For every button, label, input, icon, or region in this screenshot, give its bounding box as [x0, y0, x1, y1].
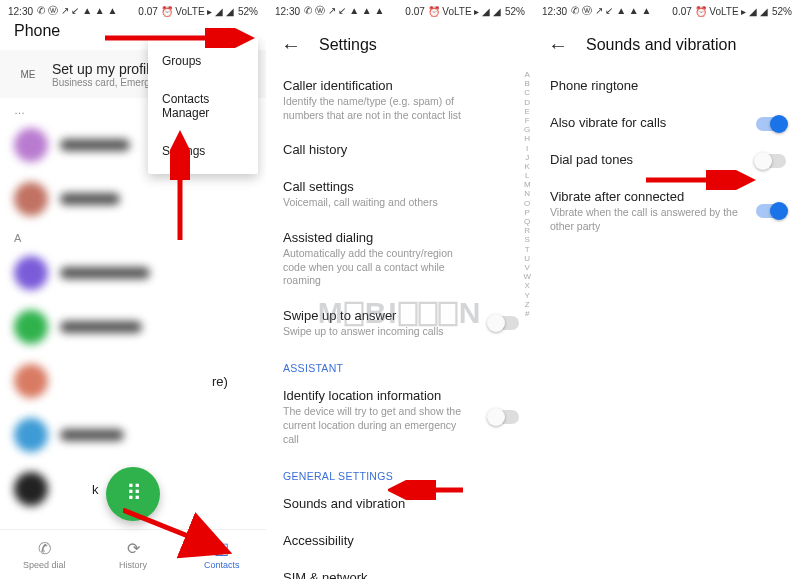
setting-sim-network[interactable]: SIM & network	[267, 560, 533, 579]
settings-title: Settings	[319, 36, 377, 54]
annotation-arrow	[123, 500, 233, 560]
tab-speed-dial[interactable]: ✆Speed dial	[0, 530, 89, 579]
section-assistant: ASSISTANT	[267, 348, 533, 378]
sounds-title: Sounds and vibration	[586, 36, 736, 54]
status-bar: 12:30✆ ⓦ ↗ ↙ ▲ ▲ ▲ 0.07 ⏰ VoLTE ▸ ◢ ◢52%	[534, 0, 800, 22]
overflow-menu: Groups Contacts Manager Settings	[148, 38, 258, 174]
settings-header: ← Settings	[267, 22, 533, 68]
back-icon[interactable]: ←	[281, 34, 301, 57]
toggle-identify-location[interactable]	[489, 410, 519, 424]
index-a: A	[0, 226, 266, 246]
setting-call-history[interactable]: Call history	[267, 132, 533, 169]
contact-row[interactable]: re)	[0, 354, 266, 408]
contact-row[interactable]	[0, 172, 266, 226]
setting-also-vibrate[interactable]: Also vibrate for calls	[534, 105, 800, 142]
annotation-arrow	[646, 170, 756, 190]
setting-assisted-dialing[interactable]: Assisted dialingAutomatically add the co…	[267, 220, 533, 298]
setting-caller-id[interactable]: Caller identificationIdentify the name/t…	[267, 68, 533, 132]
contact-row[interactable]	[0, 246, 266, 300]
setting-accessibility[interactable]: Accessibility	[267, 523, 533, 560]
sounds-header: ← Sounds and vibration	[534, 22, 800, 68]
sounds-vibration-pane: 12:30✆ ⓦ ↗ ↙ ▲ ▲ ▲ 0.07 ⏰ VoLTE ▸ ◢ ◢52%…	[533, 0, 800, 579]
contact-row[interactable]	[0, 300, 266, 354]
contact-row[interactable]	[0, 408, 266, 462]
menu-item-contacts-manager[interactable]: Contacts Manager	[148, 80, 258, 132]
toggle-vibrate-after[interactable]	[756, 204, 786, 218]
phone-icon: ✆	[38, 539, 51, 558]
setting-identify-location[interactable]: Identify location informationThe device …	[267, 378, 533, 456]
toggle-also-vibrate[interactable]	[756, 117, 786, 131]
annotation-arrow	[388, 480, 468, 500]
setting-swipe-up[interactable]: Swipe up to answerSwipe up to answer inc…	[267, 298, 533, 349]
me-badge: ME	[14, 60, 42, 88]
svg-line-2	[123, 510, 223, 550]
setting-call-settings[interactable]: Call settingsVoicemail, call waiting and…	[267, 169, 533, 220]
menu-item-settings[interactable]: Settings	[148, 132, 258, 170]
annotation-arrow	[105, 28, 255, 48]
annotation-arrow	[170, 130, 190, 240]
phone-app-pane: 12:30✆ ⓦ ↗ ↙ ▲ ▲ ▲ 0.07 ⏰ VoLTE ▸ ◢ ◢52%…	[0, 0, 266, 579]
status-bar: 12:30✆ ⓦ ↗ ↙ ▲ ▲ ▲ 0.07 ⏰ VoLTE ▸ ◢ ◢52%	[267, 0, 533, 22]
setting-phone-ringtone[interactable]: Phone ringtone	[534, 68, 800, 105]
toggle-dial-pad-tones[interactable]	[756, 154, 786, 168]
back-icon[interactable]: ←	[548, 34, 568, 57]
status-bar: 12:30✆ ⓦ ↗ ↙ ▲ ▲ ▲ 0.07 ⏰ VoLTE ▸ ◢ ◢52%	[0, 0, 266, 22]
toggle-swipe-up[interactable]	[489, 316, 519, 330]
